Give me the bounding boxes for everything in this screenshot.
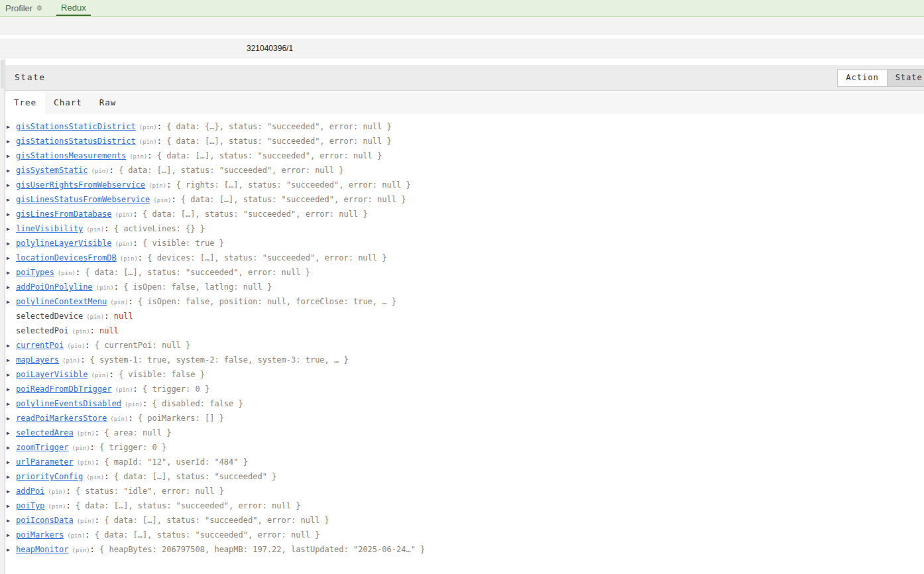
state-key[interactable]: lineVisibility [16, 224, 83, 233]
pin-label[interactable]: (pin) [58, 270, 76, 276]
gear-icon[interactable]: ⚙ [36, 5, 42, 12]
expand-arrow-icon[interactable]: ▶ [7, 207, 12, 222]
pin-label[interactable]: (pin) [120, 255, 138, 262]
state-key[interactable]: poiTyp [16, 501, 44, 510]
state-key[interactable]: gisStationsStatusDistrict [16, 137, 136, 146]
state-key[interactable]: poiTypes [16, 268, 54, 277]
left-panel-scrollbar[interactable] [0, 59, 5, 574]
expand-arrow-icon[interactable]: ▶ [7, 339, 12, 353]
pin-label[interactable]: (pin) [91, 372, 109, 378]
pin-label[interactable]: (pin) [72, 328, 89, 335]
pin-label[interactable]: (pin) [62, 357, 80, 364]
pin-label[interactable]: (pin) [77, 430, 95, 437]
state-key[interactable]: urlParameter [16, 457, 74, 467]
expand-arrow-icon[interactable]: ▶ [7, 295, 12, 310]
state-key[interactable]: priorityConfig [16, 472, 83, 481]
expand-arrow-icon[interactable]: ▶ [7, 441, 12, 455]
pin-label[interactable]: (pin) [153, 197, 171, 203]
state-key[interactable]: polylineLayerVisible [16, 239, 112, 248]
pin-label[interactable]: (pin) [96, 284, 114, 291]
state-key[interactable]: poiReadFromDbTrigger [16, 384, 112, 394]
state-key[interactable]: addPoi [16, 487, 44, 496]
action-list-item[interactable]: 321040396/1 [0, 38, 924, 58]
pin-label[interactable]: (pin) [48, 488, 66, 495]
pin-label[interactable]: (pin) [67, 343, 85, 349]
pin-label[interactable]: (pin) [72, 547, 89, 553]
pin-label[interactable]: (pin) [129, 153, 147, 160]
expand-arrow-icon[interactable]: ▶ [7, 397, 12, 412]
state-key[interactable]: polylineContextMenu [16, 297, 107, 306]
expand-arrow-icon[interactable]: ▶ [7, 455, 12, 470]
expand-arrow-icon[interactable]: ▶ [7, 382, 12, 397]
pin-label[interactable]: (pin) [86, 474, 104, 481]
expand-arrow-icon[interactable]: ▶ [7, 426, 12, 441]
expand-arrow-icon[interactable]: ▶ [7, 528, 12, 543]
expand-arrow-icon[interactable]: ▶ [7, 485, 12, 499]
pin-label[interactable]: (pin) [139, 139, 157, 145]
state-key[interactable]: currentPoi [16, 341, 64, 350]
pin-label[interactable]: (pin) [86, 226, 104, 233]
expand-arrow-icon[interactable]: ▶ [7, 164, 12, 178]
state-key[interactable]: poiLayerVisible [16, 370, 87, 379]
pin-label[interactable]: (pin) [125, 401, 143, 408]
expand-arrow-icon[interactable]: ▶ [7, 120, 12, 135]
pin-label[interactable]: (pin) [77, 459, 95, 466]
expand-arrow-icon[interactable]: ▶ [7, 543, 12, 557]
pin-label[interactable]: (pin) [115, 241, 133, 247]
view-tab-state[interactable]: State [887, 69, 924, 87]
state-key[interactable]: polylineEventsDisabled [16, 399, 121, 408]
state-key[interactable]: gisSystemStatic [16, 166, 87, 175]
expand-arrow-icon[interactable]: ▶ [7, 193, 12, 207]
value-preview: { disabled: false } [152, 399, 243, 408]
state-key[interactable]: gisLinesFromDatabase [16, 209, 112, 219]
pin-label[interactable]: (pin) [115, 386, 133, 393]
expand-arrow-icon[interactable]: ▶ [7, 149, 12, 164]
pin-label[interactable]: (pin) [91, 168, 109, 174]
pin-label[interactable]: (pin) [139, 124, 157, 131]
pin-label[interactable]: (pin) [72, 445, 89, 451]
expand-arrow-icon[interactable]: ▶ [7, 266, 12, 280]
state-key[interactable]: addPoiOnPolyline [16, 282, 93, 292]
expand-arrow-icon[interactable]: ▶ [7, 470, 12, 485]
left-scrollbar-thumb[interactable] [1, 60, 4, 88]
pin-label[interactable]: (pin) [67, 532, 85, 539]
state-key[interactable]: poiMarkers [16, 530, 64, 540]
state-key[interactable]: mapLayers [16, 355, 59, 365]
tab-redux[interactable]: Redux [56, 0, 91, 16]
pin-label[interactable]: (pin) [110, 416, 128, 422]
state-key[interactable]: gisStationsStaticDistrict [16, 122, 136, 131]
state-key[interactable]: zoomTrigger [16, 443, 68, 452]
state-key[interactable]: gisLinesStatusFromWebservice [16, 195, 150, 204]
value-preview: { data: […], status: "succeeded", error:… [143, 209, 368, 219]
pin-label[interactable]: (pin) [48, 503, 66, 510]
state-key[interactable]: readPoiMarkersStore [16, 414, 107, 423]
pin-label[interactable]: (pin) [86, 314, 104, 320]
content-tab-chart[interactable]: Chart [45, 91, 91, 114]
state-tree-row: ▶poiLayerVisible(pin): { visible: false … [7, 367, 920, 382]
expand-arrow-icon[interactable]: ▶ [7, 514, 12, 528]
expand-arrow-icon[interactable]: ▶ [7, 222, 12, 237]
pin-label[interactable]: (pin) [110, 299, 128, 306]
pin-label[interactable]: (pin) [115, 211, 133, 218]
pin-label[interactable]: (pin) [77, 518, 95, 524]
state-key[interactable]: locationDevicesFromDB [16, 253, 117, 262]
state-key[interactable]: gisUserRightsFromWebservice [16, 180, 145, 190]
expand-arrow-icon[interactable]: ▶ [7, 368, 12, 382]
pin-label[interactable]: (pin) [148, 182, 166, 189]
expand-arrow-icon[interactable]: ▶ [7, 412, 12, 426]
state-key[interactable]: poiIconsData [16, 516, 74, 525]
expand-arrow-icon[interactable]: ▶ [7, 251, 12, 266]
expand-arrow-icon[interactable]: ▶ [7, 280, 12, 295]
state-key[interactable]: heapMonitor [16, 545, 68, 554]
expand-arrow-icon[interactable]: ▶ [7, 178, 12, 193]
view-tab-action[interactable]: Action [837, 69, 887, 87]
expand-arrow-icon[interactable]: ▶ [7, 237, 12, 251]
expand-arrow-icon[interactable]: ▶ [7, 353, 12, 368]
state-key[interactable]: selectedArea [16, 428, 74, 437]
content-tab-raw[interactable]: Raw [91, 91, 125, 114]
state-key[interactable]: gisStationsMeasurements [16, 151, 126, 160]
expand-arrow-icon[interactable]: ▶ [7, 499, 12, 514]
content-tab-tree[interactable]: Tree [5, 91, 45, 114]
tab-profiler[interactable]: Profiler ⚙ [1, 0, 47, 16]
expand-arrow-icon[interactable]: ▶ [7, 135, 12, 149]
